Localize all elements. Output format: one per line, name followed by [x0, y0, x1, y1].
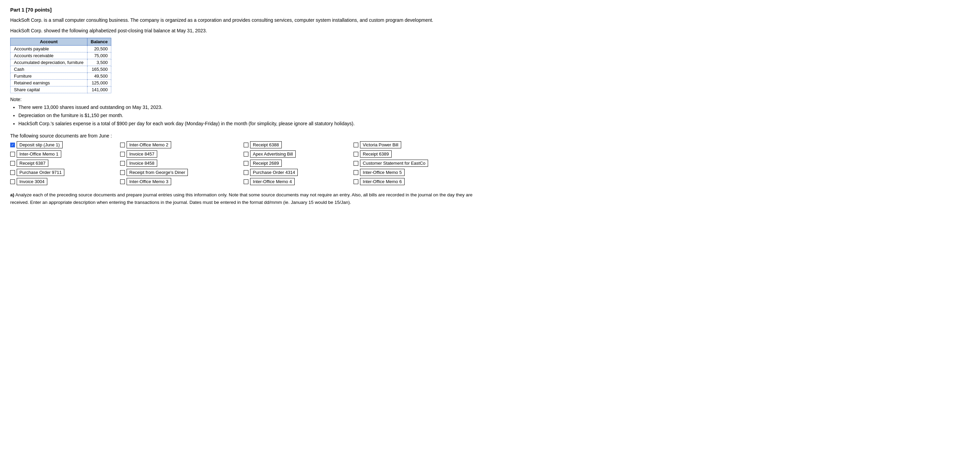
- doc-checkbox[interactable]: [353, 179, 358, 184]
- doc-checkbox[interactable]: [120, 179, 125, 184]
- doc-label: Inter-Office Memo 5: [360, 169, 404, 176]
- list-item[interactable]: Receipt 6387: [10, 159, 116, 167]
- doc-label: Inter-Office Memo 6: [360, 178, 404, 185]
- list-item[interactable]: Receipt 6388: [243, 141, 350, 148]
- table-cell: 125,000: [87, 80, 111, 86]
- doc-checkbox[interactable]: [120, 152, 125, 156]
- list-item[interactable]: Inter-Office Memo 4: [243, 178, 350, 185]
- doc-label: Inter-Office Memo 4: [250, 178, 295, 185]
- doc-checkbox[interactable]: [243, 161, 248, 166]
- doc-label: Inter-Office Memo 3: [127, 178, 171, 185]
- doc-checkbox[interactable]: [243, 143, 248, 147]
- doc-label: Inter-Office Memo 2: [127, 141, 171, 148]
- doc-checkbox[interactable]: [120, 143, 125, 147]
- doc-label: Deposit slip (June 1): [17, 141, 63, 148]
- list-item[interactable]: Inter-Office Memo 2: [120, 141, 240, 148]
- list-item[interactable]: Invoice 3004: [10, 178, 116, 185]
- list-item[interactable]: Receipt 2689: [243, 159, 350, 167]
- doc-label: Purchase Order 9711: [17, 169, 64, 176]
- doc-label: Invoice 8457: [127, 150, 157, 158]
- doc-label: Receipt 6387: [17, 159, 48, 167]
- doc-label: Receipt from George's Diner: [127, 169, 188, 176]
- doc-label: Receipt 6389: [360, 150, 392, 158]
- table-cell: 49,500: [87, 73, 111, 80]
- doc-label: Inter-Office Memo 1: [17, 150, 61, 158]
- bottom-text: a) Analyze each of the preceding source …: [10, 191, 480, 206]
- list-item[interactable]: Inter-Office Memo 5: [353, 169, 480, 176]
- note-item: HackSoft Corp.'s salaries expense is a t…: [18, 120, 480, 128]
- doc-label: Purchase Order 4314: [250, 169, 298, 176]
- balance-table: Account Balance Accounts payable20,500Ac…: [10, 38, 111, 93]
- list-item[interactable]: Inter-Office Memo 3: [120, 178, 240, 185]
- doc-checkbox[interactable]: [353, 152, 358, 156]
- bottom-content: Analyze each of the preceding source doc…: [10, 192, 473, 205]
- note-list: There were 13,000 shares issued and outs…: [10, 104, 480, 127]
- list-item[interactable]: Receipt 6389: [353, 150, 480, 158]
- doc-label: Invoice 8458: [127, 159, 157, 167]
- doc-checkbox[interactable]: [353, 143, 358, 147]
- table-cell: Furniture: [11, 73, 88, 80]
- doc-label: Victoria Power Bill: [360, 141, 401, 148]
- col-account: Account: [11, 38, 88, 46]
- bottom-bold: a): [10, 192, 14, 198]
- doc-label: Receipt 6388: [250, 141, 282, 148]
- doc-label: Customer Statement for EastCo: [360, 159, 428, 167]
- doc-checkbox[interactable]: [243, 152, 248, 156]
- doc-checkbox[interactable]: [10, 161, 15, 166]
- note-item: There were 13,000 shares issued and outs…: [18, 104, 480, 112]
- list-item[interactable]: Purchase Order 9711: [10, 169, 116, 176]
- list-item[interactable]: Purchase Order 4314: [243, 169, 350, 176]
- doc-checkbox[interactable]: [353, 170, 358, 175]
- doc-checkbox[interactable]: [10, 179, 15, 184]
- table-cell: Accounts payable: [11, 46, 88, 53]
- table-cell: 3,500: [87, 59, 111, 66]
- doc-checkbox[interactable]: [243, 170, 248, 175]
- col-balance: Balance: [87, 38, 111, 46]
- doc-label: Invoice 3004: [17, 178, 47, 185]
- source-docs-grid: Deposit slip (June 1)Inter-Office Memo 2…: [10, 141, 480, 185]
- doc-checkbox[interactable]: [10, 170, 15, 175]
- list-item[interactable]: Receipt from George's Diner: [120, 169, 240, 176]
- list-item[interactable]: Invoice 8458: [120, 159, 240, 167]
- table-cell: Retained earnings: [11, 80, 88, 86]
- note-section: Note: There were 13,000 shares issued an…: [10, 97, 480, 127]
- table-cell: Accounts receivable: [11, 53, 88, 59]
- note-label: Note:: [10, 97, 480, 102]
- list-item[interactable]: Customer Statement for EastCo: [353, 159, 480, 167]
- table-cell: 20,500: [87, 46, 111, 53]
- table-cell: Cash: [11, 66, 88, 73]
- list-item[interactable]: Victoria Power Bill: [353, 141, 480, 148]
- table-cell: 141,000: [87, 86, 111, 93]
- intro-line2: HackSoft Corp. showed the following alph…: [10, 27, 480, 34]
- intro-line1: HackSoft Corp. is a small computer consu…: [10, 17, 480, 24]
- doc-label: Apex Advertising Bill: [250, 150, 296, 158]
- list-item[interactable]: Inter-Office Memo 1: [10, 150, 116, 158]
- table-cell: 165,500: [87, 66, 111, 73]
- doc-checkbox[interactable]: [243, 179, 248, 184]
- doc-checkbox[interactable]: [353, 161, 358, 166]
- list-item[interactable]: Invoice 8457: [120, 150, 240, 158]
- doc-checkbox[interactable]: [120, 161, 125, 166]
- source-docs-intro: The following source documents are from …: [10, 133, 480, 139]
- table-cell: Share capital: [11, 86, 88, 93]
- table-cell: Accumulated depreciation, furniture: [11, 59, 88, 66]
- doc-checkbox[interactable]: [120, 170, 125, 175]
- doc-checkbox[interactable]: [10, 143, 15, 147]
- list-item[interactable]: Apex Advertising Bill: [243, 150, 350, 158]
- list-item[interactable]: Deposit slip (June 1): [10, 141, 116, 148]
- page-title: Part 1 [70 points]: [10, 7, 480, 13]
- list-item[interactable]: Inter-Office Memo 6: [353, 178, 480, 185]
- doc-label: Receipt 2689: [250, 159, 282, 167]
- note-item: Depreciation on the furniture is $1,150 …: [18, 112, 480, 120]
- table-cell: 75,000: [87, 53, 111, 59]
- doc-checkbox[interactable]: [10, 152, 15, 156]
